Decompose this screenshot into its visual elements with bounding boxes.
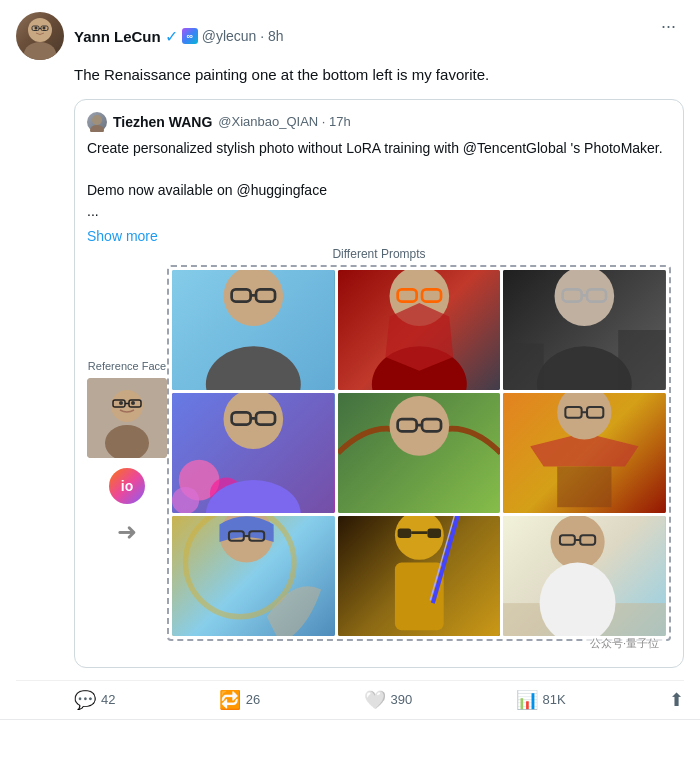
views-action[interactable]: 📊 81K xyxy=(516,689,566,711)
main-grid-outer xyxy=(167,265,671,641)
svg-rect-53 xyxy=(558,466,612,507)
tweet-container: Yann LeCun ✓ ∞ @ylecun · 8h ··· The Rena… xyxy=(0,0,700,720)
retweet-count: 26 xyxy=(246,692,260,707)
reference-photo xyxy=(87,378,167,458)
like-action[interactable]: 🤍 390 xyxy=(364,689,413,711)
grid-cell-5 xyxy=(338,393,501,513)
grid-cell-9 xyxy=(503,516,666,636)
avatar-image xyxy=(16,12,64,60)
user-name-row: Yann LeCun ✓ ∞ @ylecun · 8h xyxy=(74,27,284,46)
reference-section: Reference Face xyxy=(87,360,167,546)
share-action[interactable]: ⬆ xyxy=(669,689,684,711)
quoted-header: Tiezhen WANG @Xianbao_QIAN · 17h xyxy=(87,112,671,132)
reference-label: Reference Face xyxy=(88,360,166,372)
tweet-header: Yann LeCun ✓ ∞ @ylecun · 8h ··· xyxy=(16,12,684,60)
quoted-tweet: Tiezhen WANG @Xianbao_QIAN · 17h Create … xyxy=(74,99,684,668)
image-area: Different Prompts Reference Face xyxy=(87,247,671,655)
quoted-display-name[interactable]: Tiezhen WANG xyxy=(113,114,212,130)
avatar[interactable] xyxy=(16,12,64,60)
retweet-action[interactable]: 🔁 26 xyxy=(219,689,260,711)
grid-cell-6 xyxy=(503,393,666,513)
svg-text:io: io xyxy=(121,478,133,494)
share-icon: ⬆ xyxy=(669,689,684,711)
svg-point-2 xyxy=(35,27,38,30)
svg-rect-67 xyxy=(397,528,411,537)
user-info: Yann LeCun ✓ ∞ @ylecun · 8h xyxy=(74,27,284,46)
quoted-text: Create personalized stylish photo withou… xyxy=(87,138,671,247)
svg-point-3 xyxy=(43,27,46,30)
grid-cell-2 xyxy=(338,270,501,390)
meta-icon: ∞ xyxy=(182,28,198,44)
views-icon: 📊 xyxy=(516,689,538,711)
username-time: @ylecun · 8h xyxy=(202,28,284,44)
views-count: 81K xyxy=(543,692,566,707)
reply-icon: 💬 xyxy=(74,689,96,711)
like-count: 390 xyxy=(391,692,413,707)
svg-point-7 xyxy=(92,115,102,125)
svg-rect-37 xyxy=(619,330,666,390)
grid-container-row: Reference Face xyxy=(87,265,671,649)
tweet-header-left: Yann LeCun ✓ ∞ @ylecun · 8h xyxy=(16,12,284,60)
watermark-text: 公众号·量子位 xyxy=(586,636,663,650)
svg-point-12 xyxy=(119,401,123,405)
grid-cell-1 xyxy=(172,270,335,390)
svg-point-1 xyxy=(24,42,56,60)
reply-count: 42 xyxy=(101,692,115,707)
svg-point-74 xyxy=(551,516,605,569)
svg-rect-36 xyxy=(503,343,544,389)
svg-point-10 xyxy=(111,390,143,422)
image-label: Different Prompts xyxy=(87,247,671,261)
svg-point-41 xyxy=(172,486,199,512)
quoted-avatar xyxy=(87,112,107,132)
heart-icon: 🤍 xyxy=(364,689,386,711)
svg-point-13 xyxy=(131,401,135,405)
more-options-button[interactable]: ··· xyxy=(653,12,684,41)
tweet-actions: 💬 42 🔁 26 🤍 390 📊 81K ⬆ xyxy=(16,680,684,719)
grid-cell-8 xyxy=(338,516,501,636)
arrow-icon: ➜ xyxy=(117,518,137,546)
retweet-icon: 🔁 xyxy=(219,689,241,711)
photomaker-icon: io xyxy=(109,468,145,508)
reply-action[interactable]: 💬 42 xyxy=(74,689,115,711)
show-more-link[interactable]: Show more xyxy=(87,226,671,247)
grid-cell-7 xyxy=(172,516,335,636)
svg-rect-68 xyxy=(427,528,441,537)
tweet-text: The Renaissance painting one at the bott… xyxy=(74,64,684,87)
display-name[interactable]: Yann LeCun xyxy=(74,28,161,45)
grid-cell-4 xyxy=(172,393,335,513)
svg-point-8 xyxy=(90,125,104,132)
quoted-username-time: @Xianbao_QIAN · 17h xyxy=(218,114,350,129)
verified-icon: ✓ xyxy=(165,27,178,46)
grid-cell-3 xyxy=(503,270,666,390)
svg-point-0 xyxy=(28,18,52,42)
main-grid xyxy=(172,270,666,636)
